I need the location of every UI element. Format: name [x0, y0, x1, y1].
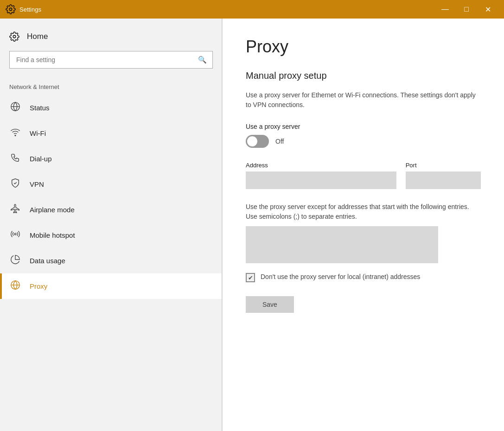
sidebar: Home 🔍 Network & Internet Status — [0, 19, 223, 431]
port-input[interactable] — [406, 171, 481, 189]
proxy-toggle-row: Off — [246, 135, 481, 148]
home-label: Home — [27, 32, 48, 41]
sidebar-item-wifi-label: Wi-Fi — [30, 129, 46, 137]
home-button[interactable]: Home — [0, 19, 222, 51]
sidebar-item-proxy[interactable]: Proxy — [0, 273, 222, 299]
sidebar-item-airplane[interactable]: Airplane mode — [0, 197, 222, 222]
address-field-group: Address — [246, 162, 396, 189]
sidebar-item-hotspot-label: Mobile hotspot — [30, 231, 75, 239]
svg-point-5 — [14, 233, 16, 235]
sidebar-item-datausage-label: Data usage — [30, 257, 65, 265]
address-label: Address — [246, 162, 396, 169]
sidebar-item-wifi[interactable]: Wi-Fi — [0, 120, 222, 146]
exceptions-textarea[interactable] — [246, 226, 438, 263]
save-button[interactable]: Save — [246, 296, 294, 313]
svg-point-4 — [15, 135, 16, 136]
toggle-thumb — [247, 136, 257, 146]
minimize-button[interactable]: — — [434, 0, 456, 19]
exceptions-description: Use the proxy server except for addresse… — [246, 202, 481, 222]
proxy-toggle[interactable] — [246, 135, 269, 148]
port-label: Port — [406, 162, 481, 169]
title-bar-controls: — □ ✕ — [434, 0, 498, 19]
svg-point-1 — [13, 35, 16, 38]
home-icon — [9, 32, 19, 42]
checkbox-row: ✔ Don't use the proxy server for local (… — [246, 273, 481, 282]
vpn-icon — [9, 178, 21, 190]
sidebar-item-vpn[interactable]: VPN — [0, 171, 222, 197]
content-area: Proxy Manual proxy setup Use a proxy ser… — [223, 19, 504, 431]
checkbox-label: Don't use the proxy server for local (in… — [261, 273, 420, 282]
title-bar-title: Settings — [19, 6, 41, 13]
proxy-server-label: Use a proxy server — [246, 123, 481, 130]
checkbox-checkmark: ✔ — [248, 274, 253, 281]
section-title: Manual proxy setup — [246, 70, 481, 81]
dialup-icon — [9, 152, 21, 165]
sidebar-item-airplane-label: Airplane mode — [30, 206, 75, 214]
sidebar-divider — [222, 19, 222, 431]
sidebar-item-status-label: Status — [30, 104, 50, 112]
sidebar-item-dialup[interactable]: Dial-up — [0, 146, 222, 171]
app-body: Home 🔍 Network & Internet Status — [0, 19, 504, 431]
status-icon — [9, 101, 21, 114]
title-bar-left: Settings — [6, 4, 41, 14]
search-icon: 🔍 — [192, 56, 212, 64]
sidebar-item-dialup-label: Dial-up — [30, 155, 52, 163]
svg-point-0 — [9, 8, 12, 11]
address-input[interactable] — [246, 171, 396, 189]
proxy-description: Use a proxy server for Ethernet or Wi-Fi… — [246, 90, 481, 110]
sidebar-item-vpn-label: VPN — [30, 180, 44, 188]
hotspot-icon — [9, 229, 21, 241]
wifi-icon — [9, 127, 21, 139]
sidebar-item-hotspot[interactable]: Mobile hotspot — [0, 222, 222, 248]
search-input[interactable] — [10, 51, 192, 68]
settings-icon — [6, 4, 16, 14]
toggle-state-label: Off — [275, 138, 284, 145]
title-bar: Settings — □ ✕ — [0, 0, 504, 19]
sidebar-item-status[interactable]: Status — [0, 95, 222, 120]
maximize-button[interactable]: □ — [456, 0, 477, 19]
search-box: 🔍 — [9, 51, 213, 69]
address-port-row: Address Port — [246, 162, 481, 189]
local-checkbox[interactable]: ✔ — [246, 273, 255, 282]
page-title: Proxy — [246, 37, 481, 57]
datausage-icon — [9, 254, 21, 267]
section-label: Network & Internet — [0, 80, 222, 95]
sidebar-item-proxy-label: Proxy — [30, 282, 47, 290]
sidebar-item-datausage[interactable]: Data usage — [0, 248, 222, 273]
proxy-icon — [9, 280, 21, 292]
airplane-icon — [9, 203, 21, 216]
port-field-group: Port — [406, 162, 481, 189]
close-button[interactable]: ✕ — [477, 0, 498, 19]
